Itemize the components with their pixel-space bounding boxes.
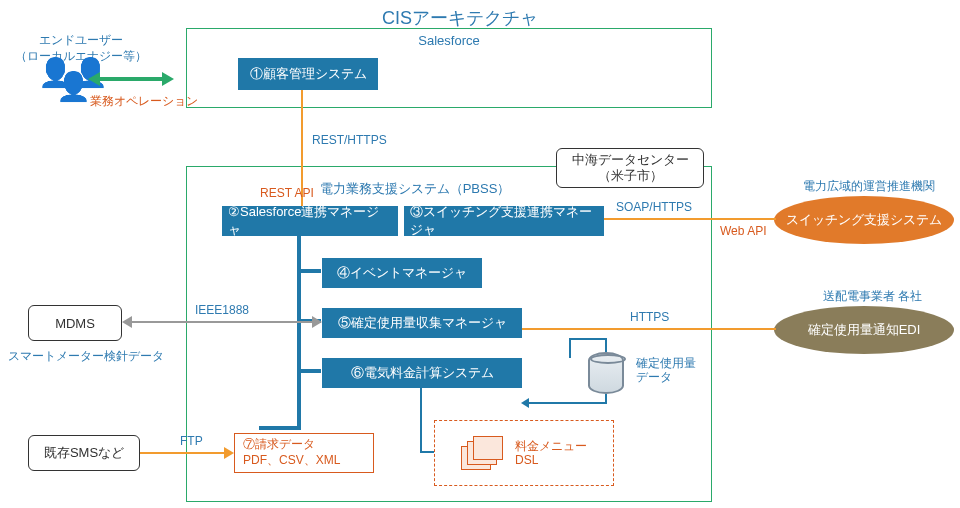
soap-https-label: SOAP/HTTPS [616,200,692,214]
cms-box: ①顧客管理システム [238,58,378,90]
salesforce-label: Salesforce [186,33,712,48]
event-manager-box: ④イベントマネージャ [322,258,482,288]
menu-line2: DSL [515,453,538,467]
sf-manager-box: ②Salesforce連携マネージャ [222,206,398,236]
pbss-label: 電力業務支援システム（PBSS） [310,180,520,198]
menu-dsl-box: 料金メニュー DSL [434,420,614,486]
datacenter-line2: （米子市） [598,168,663,184]
db-label-1: 確定使用量 [636,356,696,370]
switching-manager-box: ③スイッチング支援連携マネージャ [404,206,604,236]
sms-box: 既存SMSなど [28,435,140,471]
ops-label: 業務オペレーション [90,93,198,110]
connector [301,269,321,273]
https-label: HTTPS [630,310,669,324]
datacenter-box: 中海データセンター （米子市） [556,148,704,188]
connector [420,388,422,453]
connector [98,77,163,81]
page-title: CISアーキテクチャ [330,6,590,30]
database-icon [588,352,624,394]
connector [522,328,776,330]
connector [131,321,313,323]
connector [604,218,776,220]
connector [569,338,605,340]
billing-box: ⑥電気料金計算システム [322,358,522,388]
connector [140,452,225,454]
arrow-left-icon [521,398,529,408]
ftp-label: FTP [180,434,203,448]
mdms-note: スマートメーター検針データ [8,348,164,365]
ieee1888-label: IEEE1888 [195,303,249,317]
end-user-label-1: エンドユーザー [16,32,146,49]
switching-system-oval: スイッチング支援システム [774,196,954,244]
td-org-label: 送配電事業者 各社 [823,288,922,305]
invoice-line1: ⑦請求データ [243,437,315,451]
db-label-2: データ [636,370,672,384]
rest-api-label: REST API [260,186,314,200]
connector [297,236,301,428]
usage-manager-box: ⑤確定使用量収集マネージャ [322,308,522,338]
invoice-box: ⑦請求データ PDF、CSV、XML [234,433,374,473]
menu-line1: 料金メニュー [515,439,587,453]
connector [420,451,434,453]
documents-icon [461,436,505,470]
connector [259,426,301,430]
web-api-label: Web API [720,224,766,238]
arrow-right-icon [312,316,322,328]
edi-oval: 確定使用量通知EDI [774,306,954,354]
rest-https-label: REST/HTTPS [312,133,387,147]
switching-org-label: 電力広域的運営推進機関 [803,178,935,195]
arrow-right-icon [162,72,174,86]
connector [605,338,607,352]
db-label: 確定使用量 データ [636,356,696,385]
datacenter-line1: 中海データセンター [572,152,689,168]
mdms-box: MDMS [28,305,122,341]
connector [301,369,321,373]
connector [528,402,607,404]
invoice-line2: PDF、CSV、XML [243,453,340,467]
connector [569,338,571,358]
arrow-right-icon [224,447,234,459]
